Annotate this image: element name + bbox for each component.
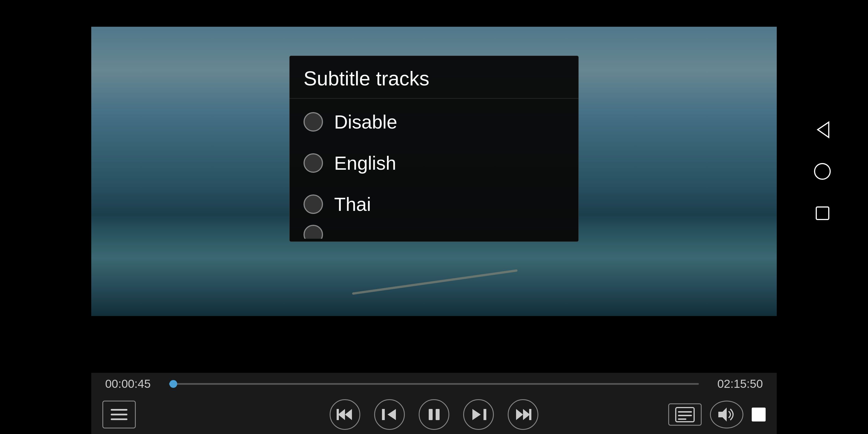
right-buttons	[668, 401, 766, 428]
progress-track[interactable]	[169, 383, 699, 385]
buttons-area	[91, 395, 777, 434]
svg-rect-11	[484, 409, 486, 420]
option-english[interactable]: English	[289, 143, 579, 184]
radio-partial	[304, 225, 323, 239]
next-button[interactable]	[463, 399, 494, 430]
dialog-title: Subtitle tracks	[304, 67, 429, 90]
progress-area: 00:00:45 02:15:50	[91, 373, 777, 395]
svg-rect-17	[678, 415, 692, 416]
svg-rect-18	[678, 418, 686, 420]
svg-rect-22	[816, 207, 829, 219]
dialog-title-area: Subtitle tracks	[289, 56, 579, 98]
rewind-button[interactable]	[330, 399, 360, 430]
radio-thai	[304, 194, 323, 214]
svg-marker-20	[818, 122, 829, 137]
svg-rect-5	[337, 409, 339, 420]
svg-rect-7	[382, 409, 385, 420]
dialog-options: Disable English Thai	[289, 98, 579, 242]
option-english-label: English	[334, 152, 396, 174]
radio-english	[304, 153, 323, 173]
svg-rect-2	[111, 418, 127, 420]
home-button[interactable]	[813, 162, 832, 181]
small-square-button[interactable]	[752, 408, 766, 422]
option-disable[interactable]: Disable	[289, 101, 579, 143]
radio-disable	[304, 112, 323, 132]
svg-rect-0	[111, 409, 127, 411]
fast-forward-button[interactable]	[508, 399, 538, 430]
option-disable-label: Disable	[334, 111, 397, 133]
volume-button[interactable]	[710, 401, 743, 428]
option-partial	[289, 225, 579, 239]
progress-thumb	[169, 380, 177, 388]
svg-marker-12	[516, 409, 523, 420]
time-end: 02:15:50	[707, 377, 763, 391]
svg-rect-16	[678, 411, 692, 412]
svg-point-21	[814, 163, 830, 179]
center-buttons	[330, 399, 538, 430]
option-thai[interactable]: Thai	[289, 184, 579, 225]
time-start: 00:00:45	[105, 377, 161, 391]
svg-rect-8	[429, 409, 433, 420]
svg-rect-14	[529, 409, 531, 420]
svg-marker-4	[345, 409, 352, 420]
back-button[interactable]	[813, 120, 832, 140]
subtitle-button[interactable]	[668, 403, 702, 426]
option-thai-label: Thai	[334, 193, 371, 215]
phone-buttons	[777, 27, 868, 316]
svg-marker-13	[523, 409, 530, 420]
controls-bar: 00:00:45 02:15:50	[91, 373, 777, 434]
svg-marker-10	[472, 409, 481, 420]
playlist-button[interactable]	[102, 401, 136, 428]
svg-rect-9	[436, 409, 440, 420]
svg-marker-19	[718, 408, 727, 422]
svg-marker-6	[388, 409, 396, 420]
svg-rect-1	[111, 414, 127, 415]
prev-button[interactable]	[374, 399, 405, 430]
recents-button[interactable]	[813, 204, 832, 223]
subtitle-dialog: Subtitle tracks Disable English Thai	[289, 56, 579, 242]
pause-button[interactable]	[419, 399, 449, 430]
svg-marker-3	[338, 409, 345, 420]
